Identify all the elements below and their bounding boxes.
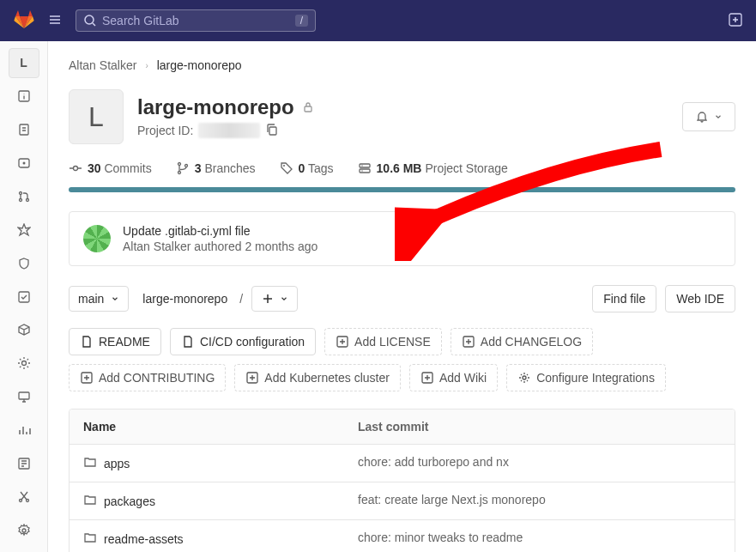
svg-rect-9: [19, 292, 29, 302]
project-title: large-monorepo: [137, 95, 315, 119]
gitlab-logo[interactable]: [14, 9, 34, 33]
sidebar-merge-requests-icon[interactable]: [9, 182, 39, 212]
sidebar-infrastructure-icon[interactable]: [9, 349, 39, 379]
sidebar-monitor-icon[interactable]: [9, 382, 39, 412]
plus-icon: [261, 292, 275, 306]
svg-rect-3: [20, 124, 28, 135]
stat-tags[interactable]: 0 Tags: [280, 161, 334, 175]
tag-icon: [280, 161, 293, 175]
sidebar-cicd-icon[interactable]: [9, 215, 39, 245]
chip-cicd[interactable]: CI/CD configuration: [170, 328, 316, 355]
menu-icon[interactable]: [45, 9, 65, 33]
sidebar-packages-icon[interactable]: [9, 315, 39, 345]
sidebar-project-badge[interactable]: L: [9, 48, 39, 78]
bell-icon: [695, 110, 709, 124]
col-commit-header: Last commit: [344, 409, 735, 444]
project-header: L large-monorepo Project ID:: [69, 89, 735, 144]
branch-select[interactable]: main: [69, 286, 129, 312]
notifications-button[interactable]: [682, 102, 735, 131]
breadcrumb-owner[interactable]: Altan Stalker: [69, 58, 136, 72]
svg-point-10: [21, 361, 26, 366]
chip-readme[interactable]: README: [69, 328, 161, 355]
search-box[interactable]: /: [76, 9, 316, 32]
storage-icon: [358, 161, 372, 175]
sidebar-settings-icon[interactable]: [9, 515, 39, 545]
chip-configure-integrations[interactable]: Configure Integrations: [506, 364, 666, 391]
file-name: packages: [104, 494, 155, 508]
stat-branches[interactable]: 3 Branches: [176, 161, 256, 175]
gear-icon: [517, 371, 531, 385]
folder-icon: [83, 493, 97, 509]
folder-icon: [83, 455, 97, 471]
plus-square-icon: [420, 371, 434, 385]
chevron-down-icon: [111, 294, 119, 303]
chevron-down-icon: [280, 294, 288, 303]
sidebar-analytics-icon[interactable]: [9, 416, 39, 446]
chip-add-changelog[interactable]: Add CHANGELOG: [451, 328, 593, 355]
project-avatar: L: [69, 89, 124, 144]
plus-square-icon: [80, 371, 94, 385]
chevron-right-icon: ›: [145, 61, 148, 70]
web-ide-button[interactable]: Web IDE: [665, 285, 735, 312]
sidebar-wiki-icon[interactable]: [9, 448, 39, 478]
sidebar-snippets-icon[interactable]: [9, 482, 39, 512]
search-icon: [83, 14, 97, 27]
file-name: readme-assets: [104, 532, 184, 546]
svg-rect-23: [360, 164, 370, 167]
plus-square-icon: [245, 371, 259, 385]
svg-point-6: [19, 191, 21, 194]
svg-point-32: [523, 376, 526, 379]
sidebar-project-info-icon[interactable]: [9, 82, 39, 112]
controls-row: main large-monorepo / Find file Web IDE: [69, 285, 735, 312]
commit-title: Update .gitlab-ci.yml file: [123, 224, 318, 238]
svg-point-0: [85, 15, 94, 24]
svg-point-22: [283, 165, 285, 167]
chip-add-contributing[interactable]: Add CONTRIBUTING: [69, 364, 226, 391]
search-input[interactable]: [102, 14, 290, 27]
file-commit-msg: chore: add turborepo and nx: [344, 445, 735, 482]
svg-point-18: [74, 167, 78, 171]
folder-icon: [83, 531, 97, 547]
path-separator: /: [239, 292, 243, 306]
stat-commits[interactable]: 30 Commits: [69, 161, 152, 175]
slash-hint: /: [295, 15, 308, 27]
table-row[interactable]: readme-assets chore: minor tweaks to rea…: [70, 520, 735, 552]
add-file-button[interactable]: [251, 286, 298, 312]
svg-point-20: [178, 172, 180, 174]
table-row[interactable]: packages feat: create large Next.js mono…: [70, 482, 735, 520]
sidebar-security-icon[interactable]: [9, 248, 39, 278]
chip-add-license[interactable]: Add LICENSE: [324, 328, 442, 355]
copy-id-button[interactable]: [265, 123, 279, 139]
svg-rect-24: [360, 169, 370, 173]
annotation-arrow: [395, 141, 686, 261]
svg-point-21: [184, 165, 187, 167]
sidebar: L: [0, 41, 48, 552]
col-name-header: Name: [70, 409, 344, 444]
lock-icon: [301, 95, 315, 119]
chip-add-wiki[interactable]: Add Wiki: [409, 364, 498, 391]
plus-square-icon: [462, 335, 475, 349]
file-commit-msg: feat: create large Next.js monorepo: [344, 482, 735, 519]
commit-icon: [69, 161, 82, 175]
file-commit-msg: chore: minor tweaks to readme: [344, 520, 735, 552]
svg-point-19: [178, 163, 180, 166]
file-name: apps: [104, 457, 130, 470]
commit-author-avatar: [83, 225, 111, 252]
path-segment[interactable]: large-monorepo: [142, 292, 227, 306]
main-content: Altan Stalker › large-monorepo L large-m…: [48, 41, 756, 552]
chevron-down-icon: [714, 110, 723, 124]
svg-point-5: [22, 162, 25, 165]
svg-rect-11: [19, 392, 29, 399]
project-id-redacted: [198, 123, 260, 138]
svg-point-26: [361, 170, 362, 171]
sidebar-deployments-icon[interactable]: [9, 282, 39, 312]
sidebar-issues-icon[interactable]: [9, 149, 39, 179]
files-table: Name Last commit apps chore: add turbore…: [69, 409, 735, 552]
find-file-button[interactable]: Find file: [592, 285, 656, 312]
chip-add-k8s[interactable]: Add Kubernetes cluster: [234, 364, 401, 391]
sidebar-repository-icon[interactable]: [9, 115, 39, 145]
table-row[interactable]: apps chore: add turborepo and nx: [70, 445, 735, 482]
new-icon[interactable]: [729, 13, 742, 29]
breadcrumb-project[interactable]: large-monorepo: [157, 58, 242, 72]
project-id-label: Project ID:: [137, 124, 193, 137]
